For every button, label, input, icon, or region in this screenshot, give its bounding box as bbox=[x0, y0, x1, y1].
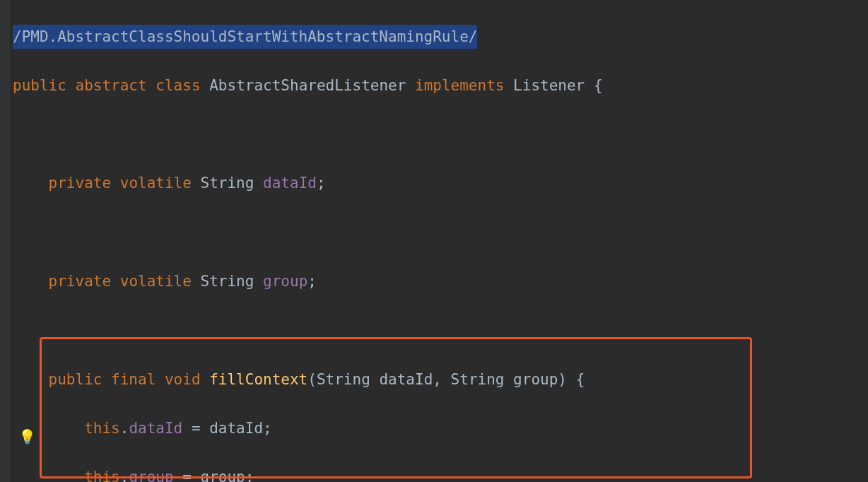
interface-name: Listener bbox=[513, 77, 585, 94]
code-line-field-group[interactable]: private volatile String group; bbox=[13, 269, 868, 294]
field-dataid: dataId bbox=[263, 175, 317, 192]
keyword-abstract: abstract bbox=[76, 77, 147, 94]
code-editor[interactable]: /PMD.AbstractClassShouldStartWithAbstrac… bbox=[0, 0, 868, 482]
keyword-public: public bbox=[13, 77, 66, 94]
blank-line bbox=[13, 122, 868, 147]
selection: /PMD.AbstractClassShouldStartWithAbstrac… bbox=[13, 25, 477, 49]
blank-line bbox=[13, 318, 868, 343]
code-line-method-fillcontext[interactable]: public final void fillContext(String dat… bbox=[13, 368, 868, 392]
code-line-field-dataid[interactable]: private volatile String dataId; bbox=[13, 171, 868, 196]
keyword-class: class bbox=[156, 77, 200, 94]
keyword-implements: implements bbox=[415, 77, 504, 94]
field-group: group bbox=[263, 273, 307, 290]
method-name-fillcontext: fillContext bbox=[209, 371, 307, 388]
class-name: AbstractSharedListener bbox=[209, 77, 406, 94]
code-line-class-decl[interactable]: public abstract class AbstractSharedList… bbox=[13, 74, 868, 98]
code-line-assign-group[interactable]: this.group = group; bbox=[13, 465, 868, 482]
code-line-assign-dataid[interactable]: this.dataId = dataId; bbox=[13, 416, 868, 441]
brace-open: { bbox=[594, 77, 603, 94]
blank-line bbox=[13, 221, 868, 245]
code-line-suppression[interactable]: /PMD.AbstractClassShouldStartWithAbstrac… bbox=[13, 25, 868, 49]
bulb-icon[interactable]: 💡 bbox=[18, 425, 31, 438]
